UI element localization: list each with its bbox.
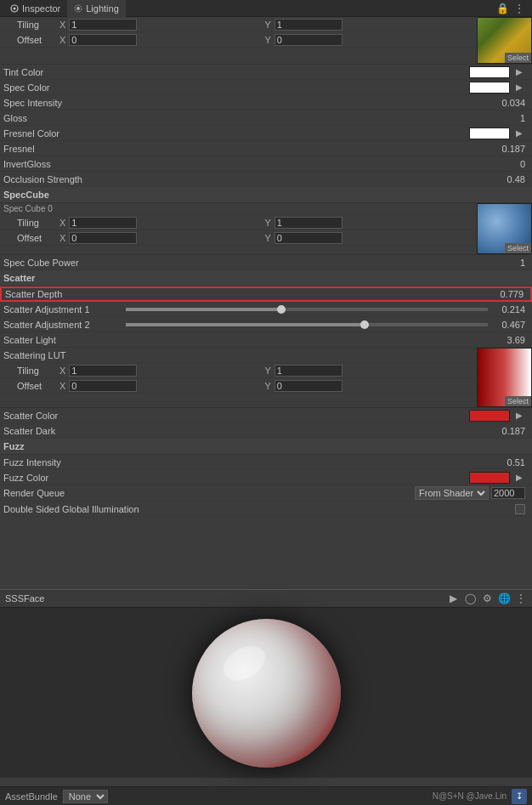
main-texture-preview[interactable]: Select [477,17,532,64]
scatter-dark-value: 0.187 [501,426,525,436]
download-icon[interactable]: ↧ [512,789,527,804]
scatter-depth-label: Scatter Depth [5,289,124,299]
gear-icon[interactable]: ⚙ [481,592,493,604]
select-button-speccube[interactable]: Select [505,243,531,253]
speccube-preview[interactable]: Select [477,203,532,254]
lut-tiling-x-input[interactable] [69,365,137,377]
scatter-light-value: 3.69 [507,335,525,345]
fuzz-color-label: Fuzz Color [3,473,122,483]
offset-row-top: Offset X Y [0,32,477,48]
fresnel-row: Fresnel 0.187 [0,141,532,156]
circle-icon[interactable]: ◯ [464,592,476,604]
speccube-offset-y-input[interactable] [274,232,342,244]
scatter-adj2-slider[interactable] [126,323,488,326]
fuzz-header: Fuzz [0,439,532,455]
scatter-adj2-value: 0.467 [491,320,525,330]
play-icon[interactable]: ▶ [447,592,459,604]
spec-color-swatch[interactable] [469,82,510,94]
tint-color-picker[interactable]: ▶ [513,66,525,78]
double-sided-label: Double Sided Global Illumination [3,504,139,514]
lut-tiling-row: Tiling X Y [0,363,477,378]
asset-bundle-select[interactable]: None [63,790,108,803]
speccubepower-row: Spec Cube Power 1 [0,255,532,270]
select-button-lut[interactable]: Select [505,396,531,406]
scatter-color-swatch[interactable] [469,410,510,422]
fuzz-intensity-label: Fuzz Intensity [3,457,122,468]
lut-offset-x-input[interactable] [69,380,137,392]
speccube-tiling-row: Tiling X Y [0,215,477,230]
fuzz-color-swatch[interactable] [469,472,510,484]
scatter-light-label: Scatter Light [3,335,122,345]
offset-top-label: Offset [17,35,59,45]
select-button-top[interactable]: Select [505,53,531,63]
menu-icon[interactable]: ⋮ [513,3,525,14]
double-sided-checkbox[interactable] [515,504,525,514]
fuzz-color-row: Fuzz Color ▶ [0,470,532,485]
sssface-menu-icon[interactable]: ⋮ [515,592,527,604]
scatter-adj1-row: Scatter Adjustment 1 0.214 [0,302,532,317]
occlusion-label: Occlusion Strength [3,174,122,184]
speccube-header: SpecCube [0,187,532,203]
speccube-tiling-x-input[interactable] [69,217,137,229]
globe-icon[interactable]: 🌐 [498,592,510,604]
lut-tiling-y-input[interactable] [274,365,342,377]
lut-tiling-label: Tiling [17,366,59,376]
scatter-dark-row: Scatter Dark 0.187 [0,423,532,439]
spec-color-label: Spec Color [3,82,122,93]
svg-point-1 [14,7,16,9]
speccube-tiling-x: X [59,217,265,229]
scatter-adj1-slider[interactable] [126,308,488,311]
tint-color-swatch[interactable] [469,66,510,78]
lock-icon[interactable]: 🔒 [496,3,508,14]
render-queue-select[interactable]: From Shader [415,486,489,500]
spec-cube-0-label: Spec Cube 0 [0,203,477,215]
speccube-offset-x-input[interactable] [69,232,137,244]
fuzz-color-picker[interactable]: ▶ [513,472,525,484]
render-queue-value-input[interactable] [491,487,525,499]
sphere-preview-area [0,608,532,778]
speccube-offset-row: Offset X Y [0,230,477,246]
tint-color-label: Tint Color [3,67,122,77]
spec-color-picker[interactable]: ▶ [513,82,525,94]
preview-sphere [192,619,341,768]
render-queue-row: Render Queue From Shader [0,485,532,502]
occlusion-value: 0.48 [507,174,525,184]
offset-x-axis: X [59,35,65,45]
lut-offset-y-input[interactable] [274,380,342,392]
offset-top-y-input[interactable] [274,34,342,46]
fresnel-color-swatch[interactable] [469,128,510,139]
offset-top-y-field: Y [265,34,471,46]
fresnel-color-label: Fresnel Color [3,128,122,139]
lut-offset-y: Y [265,380,471,392]
scatter-adj1-value: 0.214 [491,304,525,315]
svg-point-2 [76,7,80,10]
tiling-top-x-field: X [59,19,265,31]
scatter-depth-value: 0.779 [500,289,524,299]
inspector-content: Tiling X Y Offset X Y [0,17,532,589]
speccube-tiling-y-input[interactable] [274,217,342,229]
speccube-offset-label: Offset [17,233,59,243]
tab-inspector-label: Inspector [22,3,60,14]
tiling-top-y-input[interactable] [274,19,342,31]
spec-intensity-value: 0.034 [501,98,525,108]
asset-bundle-label: AssetBundle [5,791,58,802]
tab-inspector[interactable]: Inspector [3,0,67,17]
gloss-label: Gloss [3,113,122,123]
offset-top-x-input[interactable] [69,34,137,46]
invertgloss-label: InvertGloss [3,159,122,169]
tab-lighting[interactable]: Lighting [67,0,126,17]
speccubepower-value: 1 [520,258,525,268]
lut-texture-preview[interactable]: Select [477,348,532,407]
fresnel-color-picker[interactable]: ▶ [513,128,525,139]
render-queue-label: Render Queue [3,488,122,498]
tint-color-row: Tint Color ▶ [0,65,532,80]
tiling-top-x-input[interactable] [69,19,137,31]
tabs-left: Inspector Lighting [3,0,126,17]
tiling-top-y-field: Y [265,19,471,31]
offset-top-x-field: X [59,34,265,46]
tiling-x-axis: X [59,20,65,30]
speccubepower-label: Spec Cube Power [3,258,122,268]
fresnel-label: Fresnel [3,144,122,154]
spec-intensity-row: Spec Intensity 0.034 [0,95,532,111]
scatter-color-picker[interactable]: ▶ [513,410,525,422]
